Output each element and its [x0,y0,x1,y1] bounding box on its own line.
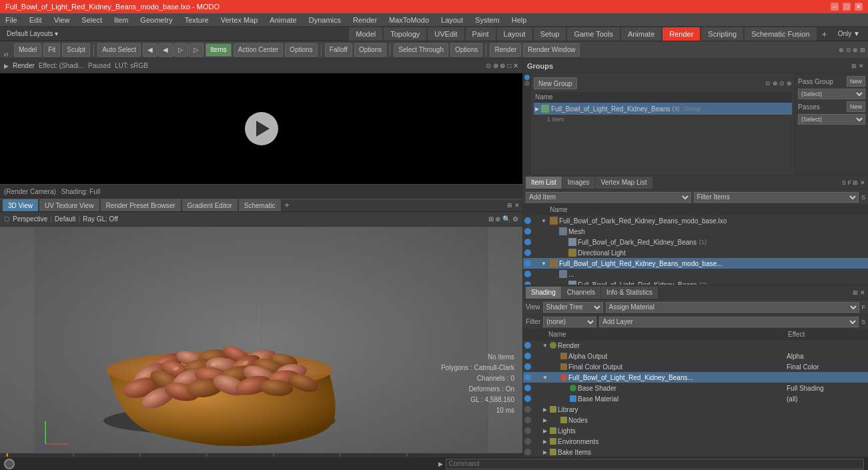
shade-vis-alpha[interactable] [524,353,531,359]
menu-animate[interactable]: Animate [267,16,299,24]
menu-layout[interactable]: Layout [438,16,466,24]
auto-select-btn[interactable]: Auto Select [97,43,141,57]
item-vis-4[interactable] [524,249,531,256]
passes-select[interactable]: (Select) [798,114,865,125]
group-row-1[interactable]: ▶ Full_Bowl_of_Light_Red_Kidney_Beans (3… [534,103,792,115]
shade-expand-lights[interactable]: ▶ [542,427,548,434]
render-expand[interactable]: ▼ [542,342,548,349]
tab-render[interactable]: Render [663,27,700,41]
group-vis-btn[interactable] [524,75,530,80]
falloff-btn[interactable]: Falloff [325,43,352,57]
shade-row-env[interactable]: ▶ Environments [523,436,868,447]
new-group-btn[interactable]: New Group [534,77,577,89]
assign-material-select[interactable]: Assign Material [606,302,859,313]
options1-btn[interactable]: Options [285,43,317,57]
menu-view[interactable]: View [51,16,73,24]
item-row-6[interactable]: ... [523,269,868,279]
maximize-btn[interactable]: □ [843,3,851,11]
tab-gradient-editor[interactable]: Gradient Editor [182,199,238,211]
tab-uvedit[interactable]: UVEdit [428,27,464,41]
fit-btn[interactable]: Fit [43,43,60,57]
item-row-1[interactable]: ▼ Full_Bowl_of_Dark_Red_Kidney_Beans_mod… [523,215,868,226]
options2-btn[interactable]: Options [354,43,386,57]
shade-row-baseshader[interactable]: Base Shader Full Shading [523,383,868,393]
tab-model[interactable]: Model [349,27,382,41]
filter-select[interactable]: (none) [543,317,596,327]
select-through-btn[interactable]: Select Through [394,43,448,57]
item-vis-6[interactable] [524,271,531,277]
item-vis-2[interactable] [524,228,531,235]
shade-vis-render[interactable] [524,342,531,349]
item-vis-7[interactable] [524,281,531,285]
icon-btn-1[interactable]: ◀ [143,43,157,57]
vertex-map-tab[interactable]: Vertex Map List [596,177,653,189]
ray-gl-label[interactable]: Ray GL: Off [83,215,118,223]
user-label[interactable]: Only ▼ [833,30,865,37]
render-window-btn[interactable]: Render Window [523,43,580,57]
group-vis-btn2[interactable] [524,81,530,86]
expand-icon[interactable]: ⊞ ✕ [851,63,864,69]
shade-vis-bm[interactable] [524,395,531,402]
shade-vis-mat[interactable] [524,374,531,381]
add-tab-btn[interactable]: + [818,29,831,39]
tab-render-preset[interactable]: Render Preset Browser [101,199,181,211]
filter-items-select[interactable]: Filter Items [694,192,859,203]
add-view-tab[interactable]: + [282,201,292,210]
tab-paint[interactable]: Paint [466,27,496,41]
sculpt-btn[interactable]: Sculpt [62,43,90,57]
tab-scripting[interactable]: Scripting [701,27,743,41]
tab-animate[interactable]: Animate [621,27,661,41]
model-btn[interactable]: Model [14,43,41,57]
menu-help[interactable]: Help [509,16,530,24]
menu-select[interactable]: Select [79,16,105,24]
shading-tab[interactable]: Shading [526,287,561,299]
info-tab[interactable]: Info & Statistics [601,287,658,299]
tab-3dview[interactable]: 3D View [3,199,38,211]
menu-edit[interactable]: Edit [27,16,45,24]
tab-schematic[interactable]: Schematic [239,199,281,211]
item-expand-5[interactable]: ▼ [540,260,547,267]
item-row-5[interactable]: ▼ Full_Bowl_of_Light_Red_Kidney_Beans_mo… [523,258,868,269]
menu-system[interactable]: System [472,16,502,24]
icon-btn-4[interactable]: ▷ [189,43,203,57]
play-button[interactable] [245,112,278,145]
tab-layout[interactable]: Layout [497,27,532,41]
tab-game-tools[interactable]: Game Tools [567,27,620,41]
menu-maxtomode[interactable]: MaxToModo [386,16,432,24]
shade-row-bake[interactable]: ▶ Bake Items [523,447,868,457]
items-btn[interactable]: Items [205,43,231,57]
shade-row-basemat[interactable]: Base Material (all) [523,393,868,404]
item-list-tab[interactable]: Item List [526,177,562,189]
render-tab-label[interactable]: Render [13,62,35,69]
item-expand-2[interactable] [540,228,547,235]
shade-row-lights[interactable]: ▶ Lights [523,425,868,436]
menu-item[interactable]: Item [111,16,131,24]
shade-row-render[interactable]: ▼ Render [523,340,868,351]
menu-geometry[interactable]: Geometry [137,16,175,24]
menu-dynamics[interactable]: Dynamics [306,16,344,24]
item-vis-3[interactable] [524,239,531,245]
shade-expand-env[interactable]: ▶ [542,438,548,445]
shade-row-alpha[interactable]: Alpha Output Alpha [523,351,868,361]
3d-viewport[interactable]: ⬡ Perspective | Default | Ray GL: Off ⊞ … [0,212,522,453]
menu-render[interactable]: Render [350,16,380,24]
item-row-7[interactable]: Full_Bowl_of_Light_Red_Kidney_Beans (2) [523,279,868,285]
pass-new-btn[interactable]: New [847,76,865,87]
channels-tab[interactable]: Channels [562,287,600,299]
item-row-2[interactable]: Mesh [523,226,868,237]
group-expand[interactable]: ▶ [535,106,539,112]
shade-row-library[interactable]: ▶ Library [523,404,868,415]
shade-vis-lights[interactable] [524,427,531,434]
viewport-canvas[interactable]: No Items Polygons : Catmull-Clark Channe… [0,227,522,453]
close-btn[interactable]: ✕ [855,3,863,11]
shade-row-finalcolor[interactable]: Final Color Output Final Color [523,361,868,372]
shade-vis-nodes[interactable] [524,417,531,423]
icon-btn-3[interactable]: ▷ [173,43,188,57]
shade-expand-mat[interactable]: ▼ [542,374,548,381]
perspective-label[interactable]: Perspective [13,215,47,223]
menu-vertex-map[interactable]: Vertex Map [218,16,261,24]
item-vis-1[interactable] [524,217,531,224]
add-item-select[interactable]: Add Item [526,192,691,203]
shade-vis-lib[interactable] [524,406,531,413]
shade-expand-nodes[interactable]: ▶ [542,417,548,423]
